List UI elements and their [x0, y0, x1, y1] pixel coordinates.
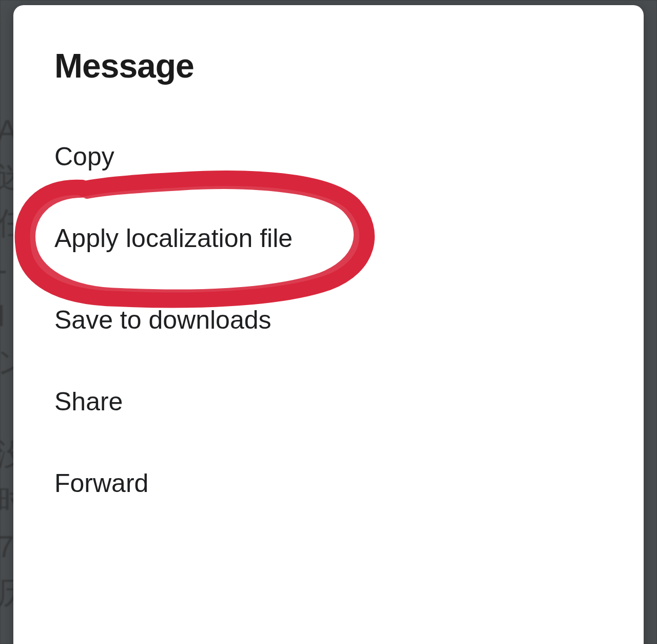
- menu-item-share[interactable]: Share: [13, 361, 644, 443]
- menu-item-save-to-downloads[interactable]: Save to downloads: [13, 279, 644, 361]
- sheet-title: Message: [54, 46, 644, 85]
- menu-item-apply-localization-file[interactable]: Apply localization file: [13, 198, 644, 279]
- menu-item-forward[interactable]: Forward: [13, 443, 644, 524]
- menu-item-copy[interactable]: Copy: [13, 116, 644, 198]
- message-action-sheet: Message Copy Apply localization file Sav…: [13, 5, 644, 644]
